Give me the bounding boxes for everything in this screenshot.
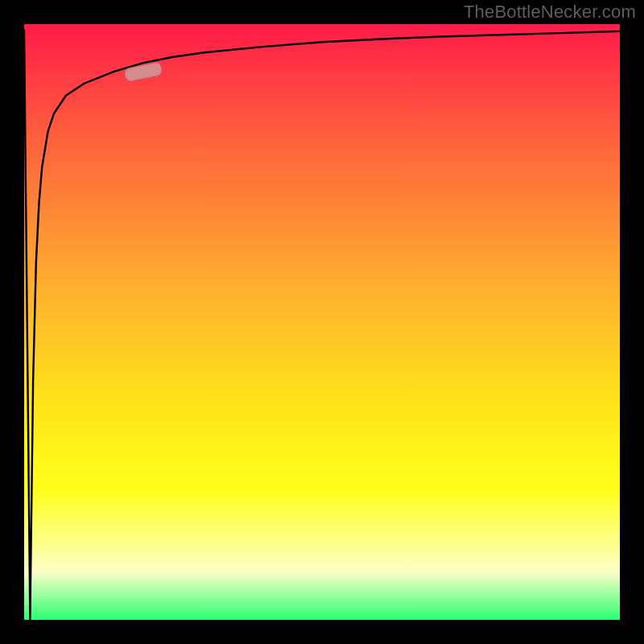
watermark-text: TheBottleNecker.com (464, 2, 636, 23)
plot-area (24, 24, 620, 620)
chart-stage: TheBottleNecker.com (0, 0, 644, 644)
gradient-background (24, 24, 620, 620)
plot-svg (24, 24, 620, 620)
